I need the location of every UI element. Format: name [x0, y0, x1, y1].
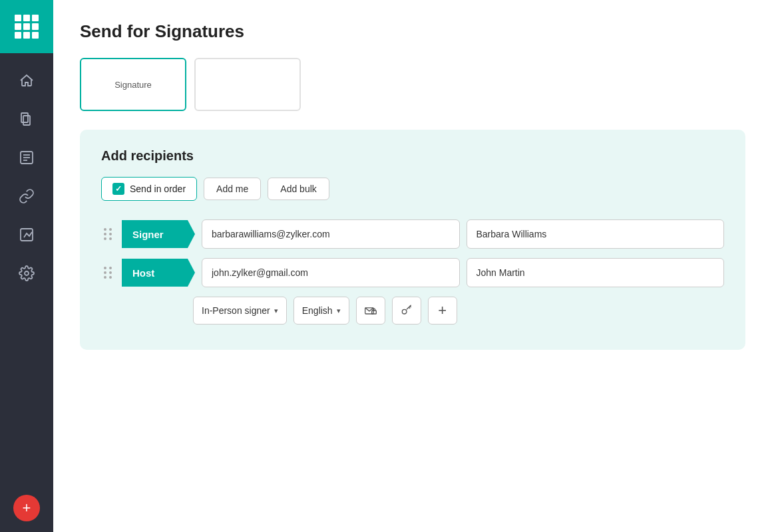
sidebar-bottom: + — [13, 495, 40, 532]
sidebar-logo[interactable] — [0, 0, 53, 53]
sidebar-item-reports[interactable] — [10, 141, 43, 174]
svg-rect-0 — [21, 113, 28, 122]
svg-rect-1 — [23, 116, 30, 125]
add-me-button[interactable]: Add me — [204, 178, 261, 200]
sidebar-item-links[interactable] — [10, 180, 43, 213]
page-title: Send for Signatures — [80, 21, 745, 42]
email-lock-icon — [364, 304, 377, 317]
add-option-button[interactable]: + — [428, 297, 457, 325]
recipients-section: Add recipients Send in order Add me Add … — [80, 130, 745, 350]
host-name-input[interactable] — [467, 258, 725, 287]
language-dropdown[interactable]: English ▾ — [293, 297, 349, 325]
signer-type-dropdown[interactable]: In-Person signer ▾ — [193, 297, 287, 325]
signer-type-arrow: ▾ — [274, 307, 278, 315]
doc-card-label: Signature — [114, 80, 152, 90]
recipients-actions: Send in order Add me Add bulk — [101, 177, 724, 201]
send-order-checkbox[interactable] — [112, 183, 124, 195]
send-order-button[interactable]: Send in order — [101, 177, 197, 201]
signer-email-input[interactable] — [202, 219, 460, 249]
signer-name-input[interactable] — [467, 219, 725, 249]
doc-card-signature[interactable]: Signature — [80, 58, 186, 111]
svg-point-10 — [402, 309, 407, 314]
host-row: Host — [101, 258, 724, 287]
app-grid-icon — [15, 15, 39, 39]
key-button[interactable] — [392, 297, 421, 325]
host-email-input[interactable] — [202, 258, 460, 287]
add-button[interactable]: + — [13, 495, 40, 521]
signer-drag-handle[interactable] — [101, 225, 115, 243]
doc-card-blank[interactable] — [194, 58, 301, 111]
document-preview-area: Signature — [80, 58, 745, 111]
main-content: Send for Signatures Signature Add recipi… — [53, 0, 772, 532]
language-arrow: ▾ — [337, 307, 341, 315]
plus-icon: + — [438, 302, 447, 319]
sidebar-item-home[interactable] — [10, 64, 43, 97]
svg-rect-9 — [371, 311, 376, 314]
email-lock-button[interactable] — [356, 297, 385, 325]
send-order-label: Send in order — [130, 184, 186, 194]
signer-type-label: In-Person signer — [202, 305, 270, 316]
sidebar-nav — [10, 53, 43, 495]
sidebar-item-settings[interactable] — [10, 257, 43, 290]
host-role-badge[interactable]: Host — [122, 259, 195, 287]
sidebar-item-documents[interactable] — [10, 102, 43, 136]
signer-role-badge[interactable]: Signer — [122, 220, 195, 248]
host-drag-handle[interactable] — [101, 264, 115, 281]
sidebar-item-analytics[interactable] — [10, 218, 43, 251]
signer-row: Signer — [101, 219, 724, 249]
add-bulk-button[interactable]: Add bulk — [268, 178, 329, 200]
language-label: English — [302, 305, 333, 316]
sidebar: + — [0, 0, 53, 532]
host-options-row: In-Person signer ▾ English ▾ — [193, 297, 724, 325]
section-title: Add recipients — [101, 148, 724, 164]
svg-point-7 — [25, 271, 29, 275]
key-icon — [400, 304, 413, 317]
